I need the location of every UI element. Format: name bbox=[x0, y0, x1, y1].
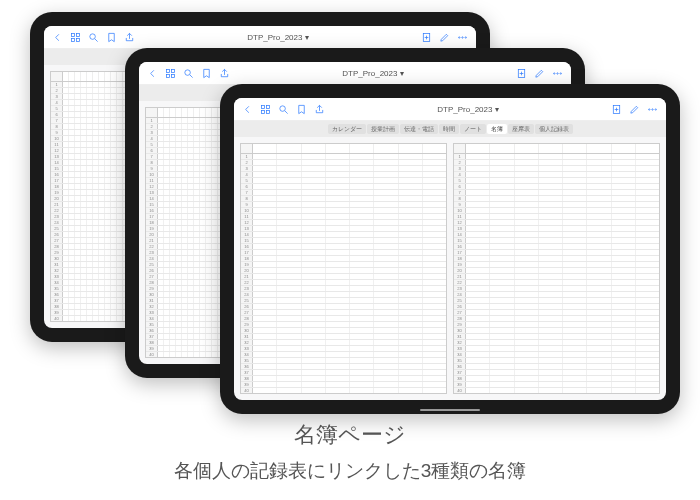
svg-rect-12 bbox=[166, 69, 169, 72]
tablet-stack: DTP_Pro_2023 ▾ カレンダー授業計画伝達・電話時間ノート名簿座席表個… bbox=[0, 0, 700, 420]
top-toolbar: DTP_Pro_2023 ▾ bbox=[139, 62, 571, 85]
tab-bar: カレンダー授業計画伝達・電話時間ノート名簿座席表個人記録表 bbox=[234, 121, 666, 137]
add-page-icon[interactable] bbox=[611, 104, 622, 115]
svg-point-35 bbox=[655, 108, 656, 109]
thumbnails-icon[interactable] bbox=[260, 104, 271, 115]
search-icon[interactable] bbox=[278, 104, 289, 115]
tab-ノート[interactable]: ノート bbox=[460, 124, 486, 134]
search-icon[interactable] bbox=[88, 32, 99, 43]
caption-title: 名簿ページ bbox=[0, 420, 700, 450]
tab-カレンダー[interactable]: カレンダー bbox=[328, 124, 366, 134]
document-title[interactable]: DTP_Pro_2023 ▾ bbox=[332, 105, 604, 114]
roster-table-right[interactable]: 1234567891011121314151617181920212223242… bbox=[453, 143, 660, 394]
share-icon[interactable] bbox=[124, 32, 135, 43]
back-icon[interactable] bbox=[52, 32, 63, 43]
top-toolbar: DTP_Pro_2023 ▾ bbox=[234, 98, 666, 121]
svg-point-16 bbox=[185, 70, 191, 76]
roster-body: 1234567891011121314151617181920212223242… bbox=[241, 154, 446, 393]
back-icon[interactable] bbox=[242, 104, 253, 115]
app-screen: DTP_Pro_2023 ▾ カレンダー授業計画伝達・電話時間ノート名簿座席表個… bbox=[234, 98, 666, 400]
more-icon[interactable] bbox=[457, 32, 468, 43]
svg-point-21 bbox=[554, 72, 555, 73]
svg-point-10 bbox=[462, 36, 463, 37]
svg-point-28 bbox=[280, 106, 286, 112]
top-toolbar: DTP_Pro_2023 ▾ bbox=[44, 26, 476, 49]
back-icon[interactable] bbox=[147, 68, 158, 79]
svg-point-34 bbox=[652, 108, 653, 109]
search-icon[interactable] bbox=[183, 68, 194, 79]
add-page-icon[interactable] bbox=[421, 32, 432, 43]
tab-授業計画[interactable]: 授業計画 bbox=[367, 124, 399, 134]
svg-rect-0 bbox=[71, 33, 74, 36]
tab-個人記録表[interactable]: 個人記録表 bbox=[535, 124, 573, 134]
document-title[interactable]: DTP_Pro_2023 ▾ bbox=[237, 69, 509, 78]
tab-座席表[interactable]: 座席表 bbox=[508, 124, 534, 134]
bookmark-icon[interactable] bbox=[201, 68, 212, 79]
bookmark-icon[interactable] bbox=[296, 104, 307, 115]
svg-rect-24 bbox=[261, 105, 264, 108]
tablet-device: DTP_Pro_2023 ▾ カレンダー授業計画伝達・電話時間ノート名簿座席表個… bbox=[220, 84, 680, 414]
svg-line-29 bbox=[285, 111, 288, 114]
tab-名簿[interactable]: 名簿 bbox=[487, 124, 507, 134]
more-icon[interactable] bbox=[647, 104, 658, 115]
table-row[interactable]: 40 bbox=[241, 388, 446, 393]
svg-rect-14 bbox=[166, 74, 169, 77]
table-row[interactable]: 40 bbox=[454, 388, 659, 393]
edit-icon[interactable] bbox=[629, 104, 640, 115]
svg-rect-3 bbox=[76, 38, 79, 41]
svg-point-23 bbox=[560, 72, 561, 73]
roster-header bbox=[454, 144, 659, 154]
thumbnails-icon[interactable] bbox=[165, 68, 176, 79]
bookmark-icon[interactable] bbox=[106, 32, 117, 43]
tab-伝達・電話[interactable]: 伝達・電話 bbox=[400, 124, 438, 134]
caption-block: 名簿ページ 各個人の記録表にリンクした3種類の名簿 bbox=[0, 420, 700, 484]
svg-point-4 bbox=[90, 34, 96, 40]
tab-時間[interactable]: 時間 bbox=[439, 124, 459, 134]
svg-line-5 bbox=[95, 39, 98, 42]
svg-line-17 bbox=[190, 75, 193, 78]
edit-icon[interactable] bbox=[439, 32, 450, 43]
roster-body: 1234567891011121314151617181920212223242… bbox=[454, 154, 659, 393]
roster-header bbox=[241, 144, 446, 154]
edit-icon[interactable] bbox=[534, 68, 545, 79]
more-icon[interactable] bbox=[552, 68, 563, 79]
svg-point-33 bbox=[649, 108, 650, 109]
share-icon[interactable] bbox=[314, 104, 325, 115]
caption-subtitle: 各個人の記録表にリンクした3種類の名簿 bbox=[0, 458, 700, 484]
svg-rect-25 bbox=[266, 105, 269, 108]
share-icon[interactable] bbox=[219, 68, 230, 79]
roster-table-left[interactable]: 1234567891011121314151617181920212223242… bbox=[240, 143, 447, 394]
svg-rect-26 bbox=[261, 110, 264, 113]
svg-point-22 bbox=[557, 72, 558, 73]
svg-rect-27 bbox=[266, 110, 269, 113]
svg-rect-2 bbox=[71, 38, 74, 41]
svg-rect-15 bbox=[171, 74, 174, 77]
svg-point-11 bbox=[465, 36, 466, 37]
svg-rect-1 bbox=[76, 33, 79, 36]
svg-rect-13 bbox=[171, 69, 174, 72]
svg-point-9 bbox=[459, 36, 460, 37]
thumbnails-icon[interactable] bbox=[70, 32, 81, 43]
page-content: 1234567891011121314151617181920212223242… bbox=[234, 137, 666, 400]
add-page-icon[interactable] bbox=[516, 68, 527, 79]
document-title[interactable]: DTP_Pro_2023 ▾ bbox=[142, 33, 414, 42]
